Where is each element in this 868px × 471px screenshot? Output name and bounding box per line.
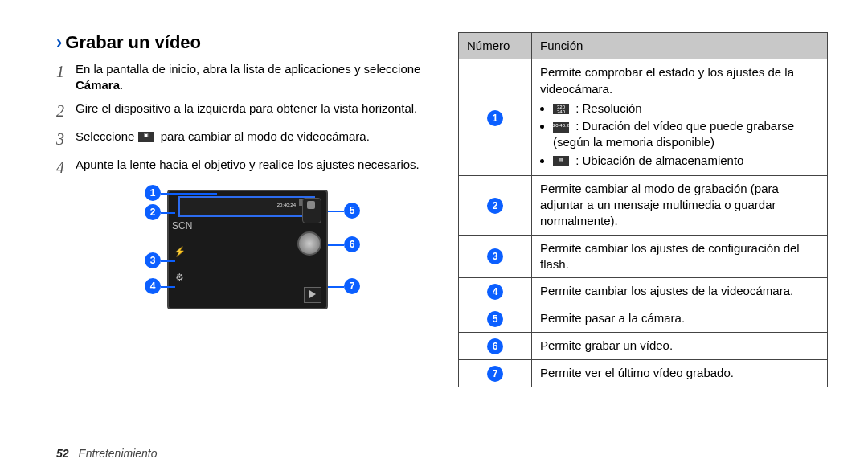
table-row: 5 Permite pasar a la cámara.: [459, 305, 828, 333]
gear-icon: ⚙: [172, 270, 186, 285]
playback-icon: [304, 287, 321, 303]
chevron-right-icon: ›: [56, 32, 62, 52]
row-number-badge: 6: [487, 338, 503, 354]
flash-icon: ⚡: [172, 244, 186, 259]
step-number: 4: [56, 157, 76, 178]
callout-1: 1: [145, 185, 161, 201]
row-number-badge: 5: [487, 311, 503, 327]
timecode: 20:40:24: [277, 203, 296, 207]
row-number-badge: 1: [487, 110, 503, 126]
status-bar: 20:40:24: [178, 196, 315, 217]
page-footer: 52 Entretenimiento: [56, 447, 158, 460]
scn-icon: SCN: [172, 219, 186, 233]
th-function: Función: [532, 33, 828, 59]
step-text: Apunte la lente hacia el objetivo y real…: [76, 157, 420, 178]
resolution-icon: 320240: [553, 104, 569, 114]
row-number-badge: 2: [487, 198, 503, 214]
callout-3: 3: [145, 252, 161, 268]
step-text: Gire el dispositivo a la izquierda para …: [76, 100, 417, 122]
step-number: 1: [56, 61, 76, 94]
page-number: 52: [56, 447, 69, 460]
step-text: En la pantalla de inicio, abra la lista …: [76, 61, 426, 94]
row-number-badge: 7: [487, 366, 503, 382]
left-column: ›Grabar un vídeo 1 En la pantalla de ini…: [56, 32, 426, 387]
row-function: Permite cambiar los ajustes de configura…: [532, 235, 828, 278]
th-number: Número: [459, 33, 532, 59]
row-function: Permite ver el último vídeo grabado.: [532, 360, 828, 387]
step-list: 1 En la pantalla de inicio, abra la list…: [56, 61, 426, 178]
step-3: 3 Seleccione ▣ para cambiar al modo de v…: [56, 129, 426, 150]
step-4: 4 Apunte la lente hacia el objetivo y re…: [56, 157, 426, 178]
camcorder-figure: 20:40:24 SCN ⚡ ⚙ 1 2 3 4 5 6 7: [129, 190, 354, 322]
row-function: Permite cambiar los ajustes de la videoc…: [532, 278, 828, 305]
table-row: 4 Permite cambiar los ajustes de la vide…: [459, 278, 828, 305]
row-function: Permite comprobar el estado y los ajuste…: [532, 59, 828, 176]
section-name: Entretenimiento: [78, 447, 157, 460]
step-2: 2 Gire el dispositivo a la izquierda par…: [56, 100, 426, 122]
right-column: Número Función 1 Permite comprobar el es…: [458, 32, 828, 387]
table-row: 2 Permite cambiar al modo de grabación (…: [459, 175, 828, 235]
callout-2: 2: [145, 204, 161, 220]
callout-4: 4: [145, 278, 161, 294]
function-table: Número Función 1 Permite comprobar el es…: [458, 32, 828, 387]
step-number: 2: [56, 100, 76, 122]
row-number-badge: 3: [487, 248, 503, 264]
table-row: 7 Permite ver el último vídeo grabado.: [459, 360, 828, 387]
heading-text: Grabar un vídeo: [65, 32, 201, 52]
step-1: 1 En la pantalla de inicio, abra la list…: [56, 61, 426, 94]
camera-mode-icon: ▣: [138, 132, 154, 142]
row-function: Permite pasar a la cámara.: [532, 305, 828, 333]
record-button-icon: [297, 231, 321, 256]
table-row: 3 Permite cambiar los ajustes de configu…: [459, 235, 828, 278]
mode-switch-icon: [302, 198, 321, 223]
left-icon-column: SCN ⚡ ⚙: [172, 219, 186, 285]
callout-5: 5: [344, 203, 360, 219]
step-number: 3: [56, 129, 76, 150]
row-function: Permite grabar un vídeo.: [532, 333, 828, 360]
step-text: Seleccione ▣ para cambiar al modo de vid…: [76, 129, 370, 150]
section-heading: ›Grabar un vídeo: [56, 32, 426, 53]
storage-icon: ▤: [553, 156, 569, 166]
callout-6: 6: [344, 236, 360, 252]
table-row: 6 Permite grabar un vídeo.: [459, 333, 828, 360]
row-number-badge: 4: [487, 284, 503, 300]
table-row: 1 Permite comprobar el estado y los ajus…: [459, 59, 828, 176]
row-function: Permite cambiar al modo de grabación (pa…: [532, 175, 828, 235]
device-screen: 20:40:24 SCN ⚡ ⚙: [167, 190, 328, 309]
callout-7: 7: [344, 278, 360, 294]
duration-icon: 20:40:24: [553, 122, 569, 133]
